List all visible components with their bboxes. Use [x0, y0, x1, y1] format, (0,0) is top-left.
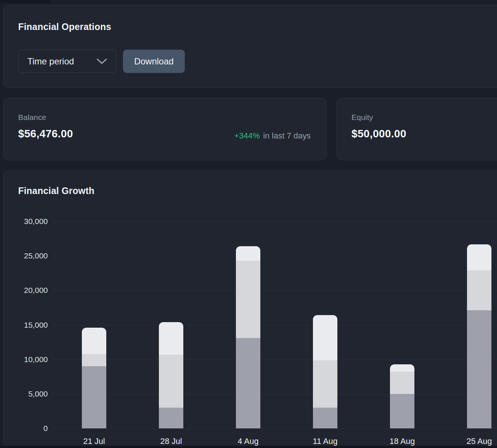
bar-segment-bottom	[313, 408, 337, 428]
gridline	[52, 221, 497, 222]
bar-segment-middle	[313, 360, 337, 408]
chart-title: Financial Growth	[18, 185, 94, 196]
bar-segment-top	[390, 364, 414, 372]
bar-25-aug[interactable]	[467, 244, 491, 428]
y-axis-tick: 5,000	[3, 390, 48, 398]
gridline	[52, 256, 497, 256]
time-period-label: Time period	[27, 56, 74, 67]
chevron-down-icon	[97, 58, 107, 64]
bar-segment-top	[159, 322, 183, 355]
bar-segment-middle	[82, 354, 106, 367]
bar-18-aug[interactable]	[390, 364, 414, 428]
download-button[interactable]: Download	[123, 50, 185, 73]
balance-change: +344%in last 7 days	[234, 131, 311, 141]
gridline	[52, 360, 497, 360]
balance-label: Balance	[18, 113, 46, 122]
y-axis-tick: 25,000	[3, 251, 48, 260]
gridline	[52, 394, 497, 394]
x-axis-label: 11 Aug	[313, 437, 338, 446]
bar-segment-middle	[390, 372, 414, 394]
gridline	[52, 325, 497, 325]
bar-segment-top	[236, 246, 260, 261]
bar-segment-middle	[159, 355, 183, 408]
bar-21-jul[interactable]	[82, 328, 106, 428]
balance-card: Balance $56,476.00 +344%in last 7 days	[3, 98, 327, 160]
financial-growth-card: Financial Growth 05,00010,00015,00020,00…	[3, 170, 497, 448]
bar-segment-bottom	[390, 394, 414, 428]
balance-change-percent: +344%	[234, 131, 260, 140]
financial-growth-chart: 05,00010,00015,00020,00025,00030,00021 J…	[3, 221, 497, 428]
y-axis-tick: 15,000	[3, 321, 48, 330]
x-axis-label: 25 Aug	[467, 437, 492, 446]
bar-segment-middle	[467, 270, 491, 310]
bar-segment-bottom	[467, 310, 491, 428]
financial-operations-card: Financial Operations Time period Downloa…	[3, 5, 497, 88]
bar-4-aug[interactable]	[236, 246, 260, 428]
bar-segment-bottom	[159, 408, 183, 428]
balance-value: $56,476.00	[18, 128, 73, 140]
x-axis-label: 28 Jul	[160, 437, 182, 446]
bottom-edge	[0, 446, 497, 448]
page-title: Financial Operations	[18, 21, 111, 32]
top-edge-artifact	[0, 0, 49, 3]
equity-value: $50,000.00	[351, 128, 406, 140]
gridline	[52, 290, 497, 291]
equity-card: Equity $50,000.00	[336, 98, 497, 160]
y-axis-tick: 30,000	[3, 217, 48, 226]
bar-segment-top	[82, 328, 106, 354]
bar-segment-middle	[236, 261, 260, 338]
bar-segment-top	[313, 315, 337, 360]
bar-segment-bottom	[236, 338, 260, 428]
bar-segment-top	[467, 244, 491, 271]
y-axis-tick: 20,000	[3, 286, 48, 295]
bar-11-aug[interactable]	[313, 315, 337, 428]
time-period-select[interactable]: Time period	[18, 50, 116, 73]
x-axis-label: 4 Aug	[238, 437, 258, 446]
y-axis-tick: 10,000	[3, 355, 48, 364]
bar-segment-bottom	[82, 366, 106, 428]
balance-change-caption: in last 7 days	[263, 131, 311, 140]
y-axis-tick: 0	[3, 424, 48, 433]
equity-label: Equity	[351, 113, 373, 122]
gridline	[52, 428, 497, 429]
x-axis-label: 18 Aug	[390, 437, 415, 446]
bar-28-jul[interactable]	[159, 322, 183, 428]
x-axis-label: 21 Jul	[83, 437, 105, 446]
